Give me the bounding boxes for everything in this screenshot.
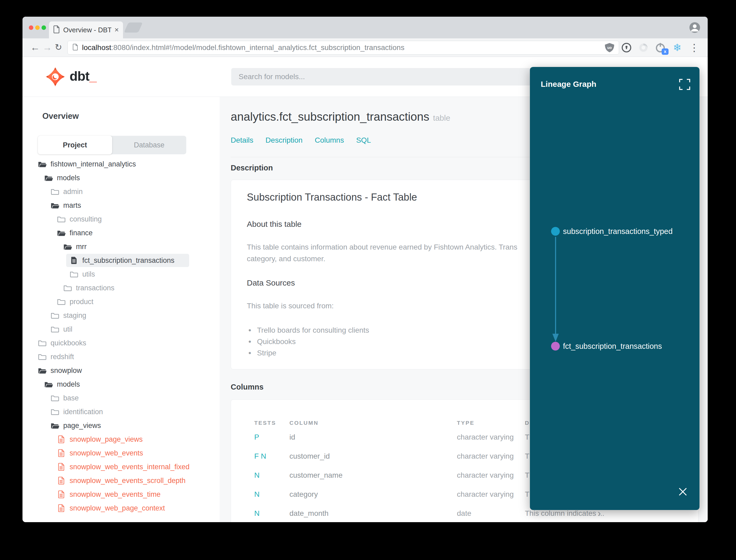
column-header-tests: TESTS bbox=[254, 420, 276, 426]
page-favicon-icon bbox=[53, 25, 60, 35]
window-minimize-button[interactable] bbox=[35, 25, 40, 30]
browser-tab[interactable]: Overview - DBT Docs × bbox=[49, 21, 123, 38]
tree-item-page_views[interactable]: page_views bbox=[22, 419, 220, 432]
data-source-item: Stripe bbox=[249, 347, 369, 359]
close-icon[interactable] bbox=[678, 487, 688, 497]
model-tabs: DetailsDescriptionColumnsSQL bbox=[231, 136, 371, 144]
sidebar: Overview ProjectDatabase fishtown_intern… bbox=[22, 97, 220, 522]
tree-item-admin[interactable]: admin bbox=[22, 185, 220, 198]
tests-badge: P bbox=[254, 433, 259, 441]
window-close-button[interactable] bbox=[29, 25, 33, 30]
extension-disc-icon[interactable] bbox=[638, 42, 649, 53]
lineage-node-fct_subscription_transactions[interactable]: fct_subscription_transactions bbox=[551, 342, 662, 351]
about-heading: About this table bbox=[247, 220, 302, 229]
browser-tab-strip: Overview - DBT Docs × bbox=[22, 17, 708, 38]
about-line-2: category, and customer. bbox=[247, 255, 326, 263]
sidebar-tab-project[interactable]: Project bbox=[38, 136, 112, 154]
column-type: character varying bbox=[457, 452, 514, 460]
tree-item-mrr[interactable]: mrr bbox=[22, 240, 220, 254]
folder-closed-icon bbox=[57, 298, 66, 306]
folder-open-icon bbox=[44, 174, 53, 182]
profile-avatar[interactable] bbox=[689, 22, 700, 33]
tree-item-util[interactable]: util bbox=[22, 322, 220, 336]
power-x-icon[interactable]: x bbox=[655, 42, 666, 53]
tree-item-models[interactable]: models bbox=[22, 171, 220, 185]
url-page-icon bbox=[73, 43, 78, 52]
ublock-origin-icon[interactable]: uo bbox=[604, 42, 615, 53]
url-text: localhost:8080/index.html#!/model/model.… bbox=[82, 43, 404, 52]
window-zoom-button[interactable] bbox=[42, 25, 46, 30]
about-line-1: This table contains information about re… bbox=[247, 243, 517, 251]
tree-item-snowplow_web_events_scroll_depth[interactable]: snowplow_web_events_scroll_depth bbox=[22, 474, 220, 487]
column-name: id bbox=[290, 433, 295, 441]
column-header-column: COLUMN bbox=[290, 420, 319, 426]
tree-item-redshift[interactable]: redshift bbox=[22, 350, 220, 364]
reload-icon[interactable]: ↻ bbox=[55, 42, 62, 53]
tree-item-snowplow_web_events[interactable]: snowplow_web_events bbox=[22, 446, 220, 460]
description-section-heading: Description bbox=[231, 164, 273, 172]
folder-open-icon bbox=[51, 422, 60, 430]
tab-close-icon[interactable]: × bbox=[115, 26, 119, 34]
model-tab-description[interactable]: Description bbox=[266, 136, 303, 144]
folder-closed-icon bbox=[51, 408, 60, 416]
data-sources-heading: Data Sources bbox=[247, 278, 295, 287]
tree-item-base[interactable]: base bbox=[22, 391, 220, 405]
data-source-item: Quickbooks bbox=[249, 336, 369, 347]
tests-badge: N bbox=[254, 509, 260, 518]
model-type-badge: table bbox=[433, 114, 450, 122]
dbt-wordmark[interactable]: dbt_ bbox=[70, 69, 97, 84]
column-type: character varying bbox=[457, 433, 514, 441]
file-icon bbox=[57, 504, 66, 512]
tests-badge: F N bbox=[254, 452, 266, 460]
model-tab-columns[interactable]: Columns bbox=[315, 136, 344, 144]
file-icon bbox=[57, 449, 66, 457]
back-icon[interactable]: ← bbox=[30, 42, 40, 53]
tree-item-fishtown_internal_analytics[interactable]: fishtown_internal_analytics bbox=[22, 157, 220, 171]
tree-item-fct_subscription_transactions[interactable]: fct_subscription_transactions bbox=[22, 254, 220, 267]
new-tab-button[interactable] bbox=[124, 22, 143, 33]
model-tab-details[interactable]: Details bbox=[231, 136, 254, 144]
node-dot-icon bbox=[551, 342, 560, 351]
tree-item-staging[interactable]: staging bbox=[22, 309, 220, 322]
tab-title: Overview - DBT Docs bbox=[63, 26, 111, 34]
column-name: category bbox=[290, 490, 318, 499]
tree-item-snowplow_page_views[interactable]: snowplow_page_views bbox=[22, 432, 220, 446]
column-description: T bbox=[525, 471, 529, 480]
tree-item-product[interactable]: product bbox=[22, 295, 220, 309]
snowflake-icon[interactable]: ❄ bbox=[672, 42, 683, 53]
tree-item-consulting[interactable]: consulting bbox=[22, 212, 220, 226]
file-icon bbox=[57, 477, 66, 485]
tree-item-snowplow_web_page_context[interactable]: snowplow_web_page_context bbox=[22, 501, 220, 515]
file-tree: fishtown_internal_analytics models admin… bbox=[22, 157, 220, 515]
tree-item-snowplow[interactable]: snowplow bbox=[22, 364, 220, 377]
data-source-item: Trello boards for consulting clients bbox=[249, 324, 369, 336]
1password-icon[interactable] bbox=[621, 42, 632, 53]
tree-item-snowplow_web_events_internal_fixed[interactable]: snowplow_web_events_internal_fixed bbox=[22, 460, 220, 474]
doc-title: Subscription Transactions - Fact Table bbox=[247, 192, 417, 203]
folder-open-icon bbox=[63, 243, 72, 251]
lineage-node-subscription_transactions_typed[interactable]: subscription_transactions_typed bbox=[551, 227, 672, 236]
sidebar-tab-database[interactable]: Database bbox=[112, 136, 187, 154]
folder-closed-icon bbox=[51, 188, 60, 196]
dbt-logo-icon[interactable] bbox=[45, 66, 66, 87]
browser-menu-icon[interactable]: ⋮ bbox=[689, 42, 700, 53]
browser-window: Overview - DBT Docs × ← → ↻ localhost:80… bbox=[22, 17, 708, 522]
screenshot-frame: Overview - DBT Docs × ← → ↻ localhost:80… bbox=[0, 0, 736, 560]
column-type: character varying bbox=[457, 471, 514, 480]
tree-item-transactions[interactable]: transactions bbox=[22, 281, 220, 295]
folder-closed-icon bbox=[51, 394, 60, 402]
tree-item-identification[interactable]: identification bbox=[22, 405, 220, 419]
tree-item-utils[interactable]: utils bbox=[22, 267, 220, 281]
tree-item-marts[interactable]: marts bbox=[22, 198, 220, 212]
fullscreen-icon[interactable] bbox=[679, 79, 690, 90]
tree-item-models[interactable]: models bbox=[22, 377, 220, 391]
tree-item-quickbooks[interactable]: quickbooks bbox=[22, 336, 220, 350]
column-description: This column indicates ... bbox=[525, 509, 604, 518]
data-sources-intro: This table is sourced from: bbox=[247, 302, 334, 310]
power-x-badge: x bbox=[662, 48, 669, 55]
model-tab-sql[interactable]: SQL bbox=[356, 136, 371, 144]
tree-item-finance[interactable]: finance bbox=[22, 226, 220, 240]
folder-closed-icon bbox=[38, 353, 47, 361]
address-bar[interactable]: localhost:8080/index.html#!/model/model.… bbox=[67, 41, 619, 55]
tree-item-snowplow_web_events_time[interactable]: snowplow_web_events_time bbox=[22, 487, 220, 501]
